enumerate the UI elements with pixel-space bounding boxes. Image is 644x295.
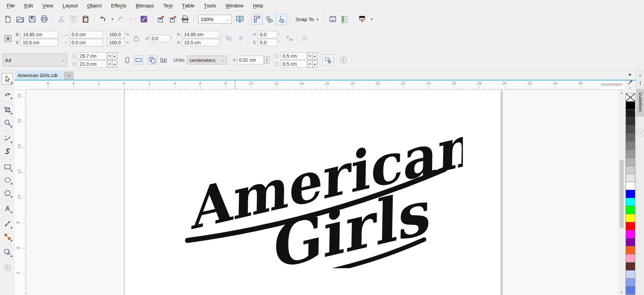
swatch-periwinkle[interactable] bbox=[626, 286, 635, 295]
object-origin-selector[interactable] bbox=[4, 35, 12, 43]
menu-tools[interactable]: Tools bbox=[199, 0, 221, 11]
spin-down-icon[interactable]: ▼ bbox=[107, 60, 112, 68]
artwork-american-girls[interactable]: American Girls bbox=[168, 121, 463, 268]
nudge-spinner[interactable]: ▲▼ bbox=[264, 57, 270, 64]
launcher-button[interactable] bbox=[356, 13, 368, 25]
new-document-tab-button[interactable]: ＋ bbox=[64, 71, 74, 80]
artistic-media-tool-button[interactable] bbox=[2, 145, 13, 157]
show-rulers-button[interactable] bbox=[251, 13, 263, 25]
new-document-button[interactable] bbox=[2, 13, 14, 25]
add-tool-button[interactable] bbox=[2, 262, 13, 273]
copy-transform-button[interactable] bbox=[285, 34, 294, 43]
menu-bitmaps[interactable]: Bitmaps bbox=[131, 0, 159, 11]
zoom-level-combo[interactable]: 100% ⌄ bbox=[198, 15, 232, 23]
scroll-down-button[interactable]: ∨ bbox=[619, 289, 625, 295]
redo-button[interactable] bbox=[115, 13, 126, 25]
menu-text[interactable]: Text bbox=[159, 0, 177, 11]
swatch-purple[interactable] bbox=[626, 238, 635, 246]
freehand-tool-button[interactable] bbox=[2, 132, 13, 144]
page-width-field[interactable]: 29.7 cm bbox=[78, 52, 107, 60]
object-width-field[interactable]: 0.0 cm bbox=[69, 31, 103, 38]
swatch-30-black[interactable] bbox=[626, 158, 635, 166]
menu-help[interactable]: Help bbox=[248, 0, 268, 11]
rotation-center-y-field[interactable]: 10.5 cm bbox=[182, 39, 220, 46]
rotation-angle-field[interactable]: 0.0 bbox=[150, 35, 170, 42]
menu-layout[interactable]: Layout bbox=[58, 0, 83, 11]
swatch-no-fill[interactable] bbox=[626, 93, 635, 102]
lock-ratio-button[interactable] bbox=[132, 34, 141, 43]
menu-edit[interactable]: Edit bbox=[19, 0, 38, 11]
search-content-button[interactable] bbox=[138, 13, 150, 25]
treat-as-filled-button[interactable] bbox=[322, 54, 334, 66]
full-screen-preview-button[interactable] bbox=[234, 13, 246, 25]
mirror-vertical-button[interactable] bbox=[237, 34, 247, 43]
menu-file[interactable]: File bbox=[2, 0, 19, 11]
rotation-center-x-field[interactable]: 14.85 cm bbox=[182, 31, 220, 38]
spin-up-icon[interactable]: ▲ bbox=[312, 60, 317, 68]
scale-h-field[interactable]: 100.0 bbox=[107, 31, 124, 38]
connector-tool-button[interactable] bbox=[2, 231, 13, 242]
menu-effects[interactable]: Effects bbox=[106, 0, 131, 11]
palette-eyedropper-button[interactable] bbox=[625, 78, 636, 86]
polygon-tool-button[interactable] bbox=[2, 187, 13, 198]
swatch-black[interactable] bbox=[626, 101, 635, 110]
add-property-button[interactable] bbox=[300, 34, 309, 43]
swatch-50-black[interactable] bbox=[626, 141, 635, 150]
page-height-spinner[interactable]: ▼▲ bbox=[108, 60, 117, 68]
swatch-green[interactable] bbox=[626, 206, 635, 214]
save-button[interactable] bbox=[26, 13, 38, 25]
swatch-orange[interactable] bbox=[626, 246, 635, 254]
horizontal-ruler[interactable]: centimeters 6420246810121416182022242628… bbox=[15, 80, 625, 90]
menu-object[interactable]: Object bbox=[83, 0, 106, 11]
portrait-button[interactable] bbox=[122, 55, 132, 65]
page-size-preset-combo[interactable]: A4 ⌄ bbox=[3, 54, 67, 66]
scrollbar-thumb[interactable] bbox=[620, 160, 624, 228]
spin-down-icon[interactable]: ▼ bbox=[308, 52, 313, 60]
open-button[interactable] bbox=[14, 13, 26, 25]
task-list-button[interactable] bbox=[339, 13, 351, 25]
undo-button[interactable] bbox=[97, 13, 108, 25]
page-width-spinner[interactable]: ▼▲ bbox=[108, 52, 117, 60]
launcher-dropdown[interactable]: ▾ bbox=[368, 13, 374, 25]
duplicate-x-field[interactable]: 0.5 cm bbox=[281, 52, 307, 60]
y-position-field[interactable]: 10.5 cm bbox=[20, 39, 58, 46]
cut-button[interactable] bbox=[56, 13, 67, 25]
swatch-70-black[interactable] bbox=[626, 125, 635, 134]
landscape-button[interactable] bbox=[134, 55, 143, 65]
print-button[interactable] bbox=[39, 13, 50, 25]
shape-tool-button[interactable] bbox=[2, 88, 13, 100]
add-property-button[interactable] bbox=[339, 55, 348, 65]
spin-up-icon[interactable]: ▲ bbox=[312, 52, 317, 60]
nudge-distance-field[interactable]: 0.01 cm bbox=[237, 56, 264, 64]
swatch-pale-lavender[interactable] bbox=[626, 270, 635, 279]
units-combo[interactable]: centimeters ⌄ bbox=[187, 56, 227, 64]
skew-h-field[interactable]: 0.0 bbox=[258, 31, 277, 38]
publish-pdf-button[interactable]: PDF bbox=[179, 13, 191, 25]
x-position-field[interactable]: 14.85 cm bbox=[21, 31, 58, 38]
document-tab-active[interactable]: American Girls.cdr bbox=[15, 71, 63, 80]
paste-button[interactable] bbox=[80, 13, 91, 25]
undo-dropdown[interactable]: ▾ bbox=[109, 13, 114, 25]
docker-close-button[interactable]: ✕ bbox=[638, 73, 642, 80]
swatch-60-black[interactable] bbox=[626, 133, 635, 142]
spin-up-icon[interactable]: ▲ bbox=[112, 60, 117, 68]
vertical-ruler[interactable]: centimeters 1816141210864 bbox=[15, 90, 26, 295]
copy-button[interactable] bbox=[68, 13, 79, 25]
rectangle-tool-button[interactable] bbox=[2, 161, 13, 172]
scale-v-field[interactable]: 100.0 bbox=[107, 39, 124, 46]
vertical-scrollbar[interactable]: ∧ ∨ bbox=[619, 90, 625, 295]
docker-tab-guidelines[interactable]: Guidelines bbox=[636, 89, 644, 117]
swatch-lavender[interactable] bbox=[626, 278, 635, 287]
current-page-size-button[interactable] bbox=[159, 55, 168, 65]
text-tool-button[interactable]: A bbox=[2, 202, 13, 214]
show-guidelines-button[interactable] bbox=[275, 13, 287, 25]
object-height-field[interactable]: 0.0 cm bbox=[69, 39, 103, 46]
swatch-white[interactable] bbox=[626, 182, 635, 190]
swatch-90-black[interactable] bbox=[626, 109, 635, 118]
menu-table[interactable]: Table bbox=[177, 0, 199, 11]
swatch-magenta[interactable] bbox=[626, 230, 635, 238]
menu-window[interactable]: Window bbox=[221, 0, 248, 11]
spin-down-icon[interactable]: ▼ bbox=[264, 60, 270, 64]
swatch-cyan[interactable] bbox=[626, 198, 635, 206]
swatch-yellow[interactable] bbox=[626, 214, 635, 222]
